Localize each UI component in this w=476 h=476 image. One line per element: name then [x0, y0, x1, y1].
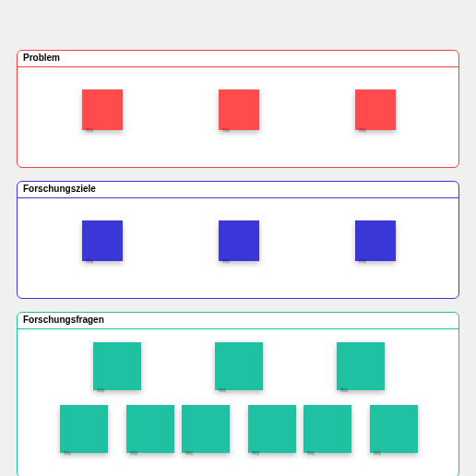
section-title-problem: Problem — [18, 51, 458, 67]
sticky-note[interactable] — [93, 342, 141, 390]
sticky-note[interactable] — [370, 405, 418, 453]
sticky-note[interactable] — [126, 405, 174, 453]
sticky-note[interactable] — [82, 220, 123, 261]
section-title-forschungsziele: Forschungsziele — [18, 182, 458, 198]
sticky-note[interactable] — [303, 405, 351, 453]
sticky-note[interactable] — [82, 89, 123, 130]
section-body-forschungsfragen[interactable] — [18, 329, 458, 476]
sticky-note[interactable] — [248, 405, 296, 453]
section-body-forschungsziele[interactable] — [18, 198, 458, 298]
sticky-note[interactable] — [337, 342, 385, 390]
sticky-note[interactable] — [219, 220, 259, 261]
sticky-note[interactable] — [355, 220, 396, 261]
sticky-note[interactable] — [219, 89, 259, 130]
section-title-forschungsfragen: Forschungsfragen — [18, 313, 458, 329]
section-forschungsfragen: Forschungsfragen — [17, 312, 459, 476]
section-body-problem[interactable] — [18, 67, 458, 167]
sticky-note[interactable] — [355, 89, 396, 130]
sticky-note[interactable] — [215, 342, 263, 390]
section-forschungsziele: Forschungsziele — [17, 181, 459, 299]
sticky-note[interactable] — [60, 405, 108, 453]
sticky-note[interactable] — [182, 405, 230, 453]
section-problem: Problem — [17, 50, 459, 168]
